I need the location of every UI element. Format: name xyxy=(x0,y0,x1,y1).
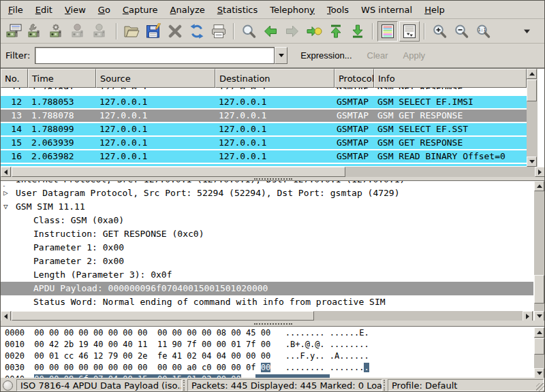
toolbar-overflow-button[interactable] xyxy=(517,21,538,42)
packet-row-13[interactable]: 131.788078127.0.0.1127.0.0.1GSMTAPGSM GE… xyxy=(1,110,527,123)
go-to-top-button[interactable] xyxy=(326,21,346,42)
hex-bytes[interactable]: 00 01 cc 46 12 79 00 2e fe 41 02 04 04 0… xyxy=(34,351,270,361)
packet-list-vscrollbar[interactable] xyxy=(527,69,538,167)
column-header-time[interactable]: Time xyxy=(28,69,96,88)
hex-row-0030[interactable]: 003000 00 00 00 00 00 00 00 00 00 a0 c0 … xyxy=(1,362,533,374)
menu-analyze[interactable]: Analyze xyxy=(164,2,211,18)
packet-list-hscrollbar[interactable] xyxy=(1,167,545,178)
close-file-button[interactable] xyxy=(165,21,185,42)
menu-help[interactable]: Help xyxy=(418,2,451,18)
menu-edit[interactable]: Edit xyxy=(29,2,59,18)
hex-ascii[interactable]: .B+.@.@. ........ xyxy=(285,340,369,349)
clear-button[interactable]: Clear xyxy=(365,49,390,62)
list-interfaces-button[interactable] xyxy=(4,21,25,42)
go-to-packet-button[interactable] xyxy=(304,21,324,42)
scroll-left-button[interactable] xyxy=(1,311,11,321)
column-header-protocol[interactable]: Protocol xyxy=(334,69,374,88)
menu-ws-internal[interactable]: WS internal xyxy=(355,2,418,18)
expert-info-button[interactable] xyxy=(3,380,13,391)
scrollbar-thumb[interactable] xyxy=(12,311,314,321)
menu-go[interactable]: Go xyxy=(92,2,116,18)
zoom-in-button[interactable] xyxy=(429,21,450,42)
expression-button[interactable]: Expression... xyxy=(298,49,354,62)
detail-internet-protocol[interactable]: ▷Internet Protocol, Src: 127.0.0.1 (127.… xyxy=(1,181,533,186)
hex-bytes[interactable]: 00 42 2b 19 40 00 40 11 11 90 7f 00 00 0… xyxy=(34,340,270,349)
column-header-no[interactable]: No. xyxy=(1,69,28,88)
apply-button[interactable]: Apply xyxy=(401,49,428,62)
open-file-button[interactable] xyxy=(121,21,142,42)
scroll-down-button[interactable] xyxy=(534,368,544,378)
zoom-100-button[interactable]: 1:1 xyxy=(473,21,493,42)
selected-byte[interactable]: 00 xyxy=(261,363,270,372)
restart-capture-button[interactable] xyxy=(91,21,112,42)
capture-options-button[interactable] xyxy=(26,21,46,42)
packet-row-14[interactable]: 141.788099127.0.0.1127.0.0.1GSMTAPGSM SE… xyxy=(1,123,527,137)
expand-triangle-icon[interactable]: ▷ xyxy=(3,181,8,186)
menu-file[interactable]: File xyxy=(2,2,29,18)
detail-class[interactable]: Class: GSM (0xa0) xyxy=(1,214,533,227)
go-back-button[interactable] xyxy=(260,21,281,42)
expand-triangle-icon[interactable]: ▷ xyxy=(3,186,8,200)
save-file-button[interactable] xyxy=(143,21,164,42)
details-vscrollbar[interactable] xyxy=(534,181,545,321)
column-header-destination[interactable]: Destination xyxy=(215,69,334,88)
menu-capture[interactable]: Capture xyxy=(116,2,164,18)
packet-row-11[interactable]: 111.787891127.0.0.1127.0.0.1GSMTAPGSM GE… xyxy=(1,88,527,96)
details-hscrollbar[interactable] xyxy=(1,311,533,321)
scroll-right-button[interactable] xyxy=(535,167,545,177)
find-packet-button[interactable] xyxy=(238,21,259,42)
scrollbar-thumb[interactable] xyxy=(527,80,537,101)
print-button[interactable] xyxy=(208,21,229,42)
hex-bytes[interactable]: 00 00 00 00 00 00 00 00 00 00 00 00 08 0… xyxy=(34,328,270,338)
start-capture-button[interactable] xyxy=(48,21,68,42)
collapse-triangle-icon[interactable]: ▽ xyxy=(3,200,8,214)
filter-input[interactable] xyxy=(35,47,275,64)
go-to-bottom-button[interactable] xyxy=(347,21,368,42)
hex-row-0020[interactable]: 002000 01 cc 46 12 79 00 2e fe 41 02 04 … xyxy=(1,350,533,362)
menu-statistics[interactable]: Statistics xyxy=(211,2,264,18)
hex-bytes[interactable]: 00 00 00 00 00 00 00 00 00 00 a0 c0 00 0… xyxy=(34,363,270,372)
hex-ascii[interactable]: ........ ........ xyxy=(285,363,369,372)
filter-dropdown-button[interactable] xyxy=(275,47,287,64)
hex-row-0010[interactable]: 001000 42 2b 19 40 00 40 11 11 90 7f 00 … xyxy=(1,339,533,350)
detail-status-word[interactable]: Status Word: Normal ending of command wi… xyxy=(1,295,533,309)
reload-button[interactable] xyxy=(187,21,207,42)
packet-row-12[interactable]: 121.788053127.0.0.1127.0.0.1GSMTAPGSM SE… xyxy=(1,96,527,110)
scroll-down-button[interactable] xyxy=(534,311,544,321)
go-forward-button[interactable] xyxy=(282,21,302,42)
bytes-vscrollbar[interactable] xyxy=(534,327,545,378)
auto-scroll-button[interactable] xyxy=(399,21,420,42)
detail-apdu-payload[interactable]: APDU Payload: 000000096f0704001500150102… xyxy=(1,282,533,295)
hex-ascii[interactable]: ...F.y.. .A...... xyxy=(285,351,369,361)
detail-parameter-1[interactable]: Parameter 1: 0x00 xyxy=(1,241,533,255)
selected-ascii-char[interactable]: . xyxy=(364,363,369,372)
hex-ascii[interactable]: ........ ......E. xyxy=(285,328,369,338)
detail-instruction[interactable]: Instruction: GET RESPONSE (0xc0) xyxy=(1,227,533,241)
detail-gsm-sim[interactable]: ▽GSM SIM 11.11 xyxy=(1,200,533,214)
menu-tools[interactable]: Tools xyxy=(321,2,355,18)
menu-telephony[interactable]: Telephony xyxy=(264,2,321,18)
scrollbar-thumb[interactable] xyxy=(534,275,544,304)
pane-splitter[interactable] xyxy=(1,321,545,326)
detail-parameter-2[interactable]: Parameter 2: 0x00 xyxy=(1,255,533,268)
scroll-left-button[interactable] xyxy=(1,167,11,177)
detail-user-datagram-protocol[interactable]: ▷User Datagram Protocol, Src Port: 52294… xyxy=(1,186,533,200)
scroll-up-button[interactable] xyxy=(527,69,537,79)
detail-length-parameter-3[interactable]: Length (Parameter 3): 0x0f xyxy=(1,268,533,282)
scroll-down-button[interactable] xyxy=(527,157,537,167)
resize-grip[interactable] xyxy=(536,383,545,392)
column-header-info[interactable]: Info xyxy=(374,69,527,88)
column-header-source[interactable]: Source xyxy=(96,69,215,88)
packet-row-16[interactable]: 162.063982127.0.0.1127.0.0.1GSMTAPGSM RE… xyxy=(1,150,527,164)
stop-capture-button[interactable] xyxy=(69,21,90,42)
hex-row-0000[interactable]: 000000 00 00 00 00 00 00 00 00 00 00 00 … xyxy=(1,327,533,339)
scroll-up-button[interactable] xyxy=(534,327,544,338)
scroll-right-button[interactable] xyxy=(523,311,533,321)
colorize-button[interactable] xyxy=(377,21,398,42)
scroll-up-button[interactable] xyxy=(534,181,544,191)
scrollbar-thumb[interactable] xyxy=(12,167,345,177)
menu-view[interactable]: View xyxy=(59,2,92,18)
scrollbar-thumb[interactable] xyxy=(534,338,544,355)
packet-row-15[interactable]: 152.063939127.0.0.1127.0.0.1GSMTAPGSM GE… xyxy=(1,137,527,150)
zoom-out-button[interactable] xyxy=(451,21,471,42)
